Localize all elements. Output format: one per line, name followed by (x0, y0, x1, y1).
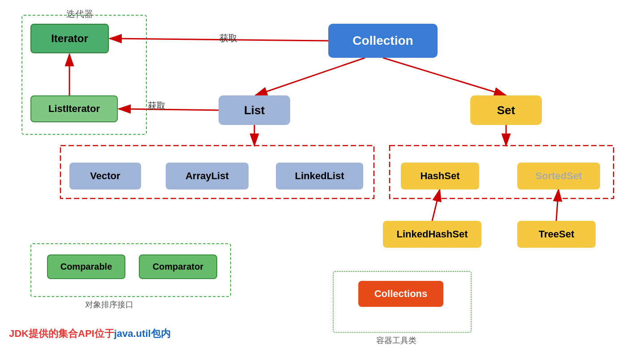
linkedhashset-label: LinkedHashSet (397, 228, 468, 240)
treeset-label: TreeSet (539, 228, 575, 240)
get-label-1: 获取 (219, 32, 237, 44)
sortedset-node: SortedSet (517, 163, 600, 189)
collection-to-set-arrow (383, 58, 506, 95)
collection-node: Collection (328, 24, 438, 58)
bottom-text: JDK提供的集合API位于java.util包内 (9, 327, 171, 340)
collections-node: Collections (358, 281, 443, 307)
bottom-text-part2: java.util包内 (114, 328, 171, 339)
comparable-label: Comparable (60, 262, 112, 272)
container-box-label: 容器工具类 (376, 335, 416, 346)
treeset-to-sortedset-arrow (556, 189, 558, 221)
list-node: List (219, 95, 290, 125)
comparator-label: Comparator (153, 262, 203, 272)
hashset-label: HashSet (420, 170, 459, 182)
treeset-node: TreeSet (517, 221, 596, 248)
iterator-box-label: 迭代器 (66, 8, 93, 20)
vector-label: Vector (90, 170, 120, 182)
get-label-2: 获取 (148, 100, 166, 112)
comparator-node: Comparator (139, 254, 217, 279)
set-label: Set (497, 103, 515, 117)
hashset-node: HashSet (401, 163, 479, 189)
set-node: Set (470, 95, 542, 125)
sortedset-label: SortedSet (536, 170, 582, 182)
sort-box-label: 对象排序接口 (85, 299, 133, 310)
iterator-label: Iterator (51, 32, 88, 45)
linkedlist-label: LinkedList (295, 170, 344, 182)
vector-node: Vector (69, 163, 141, 189)
diagram: 迭代器 对象排序接口 容器工具类 (0, 0, 644, 353)
collection-label: Collection (352, 34, 413, 48)
listiterator-node: ListIterator (30, 95, 118, 122)
iterator-node: Iterator (30, 24, 109, 53)
arraylist-node: ArrayList (166, 163, 249, 189)
list-label: List (244, 103, 265, 117)
bottom-text-part1: JDK提供的集合API位于 (9, 328, 114, 339)
linkedhashset-node: LinkedHashSet (383, 221, 481, 248)
collection-to-list-arrow (255, 58, 365, 95)
collections-label: Collections (374, 288, 428, 300)
comparable-node: Comparable (47, 254, 125, 279)
linkedlist-node: LinkedList (276, 163, 363, 189)
linkedhashset-to-hashset-arrow (432, 189, 440, 221)
listiterator-label: ListIterator (48, 103, 100, 115)
arraylist-label: ArrayList (185, 170, 229, 182)
